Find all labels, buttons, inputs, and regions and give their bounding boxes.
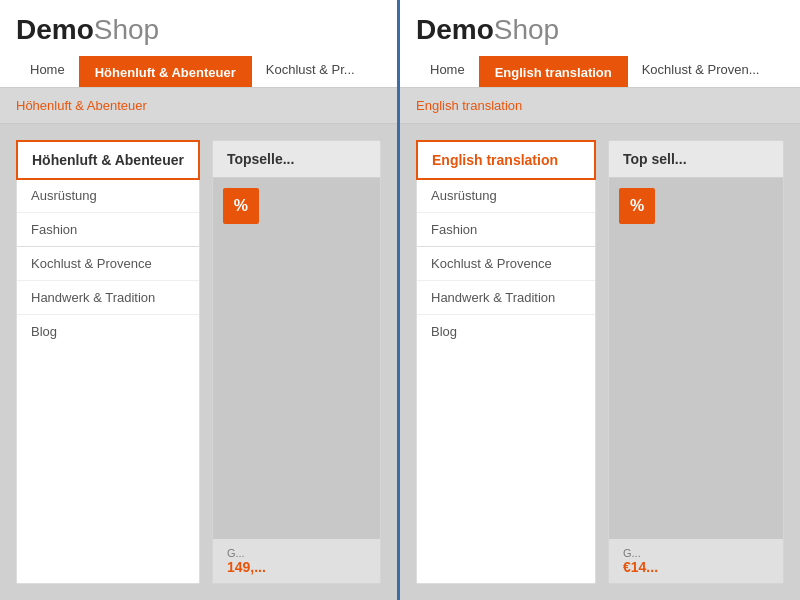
left-dropdown-item-kochlust[interactable]: Kochlust & Provence: [17, 247, 199, 281]
left-dropdown-item-blog[interactable]: Blog: [17, 315, 199, 348]
left-dropdown-item-fashion[interactable]: Fashion: [17, 213, 199, 246]
left-nav-home[interactable]: Home: [16, 54, 79, 87]
right-main: English translation Ausrüstung Fashion K…: [400, 124, 800, 600]
right-topseller-image: %: [609, 178, 783, 539]
right-percent-badge: %: [619, 188, 655, 224]
left-nav-hoehenluft[interactable]: Höhenluft & Abenteuer: [79, 56, 252, 87]
left-topseller-header: Topselle...: [213, 141, 380, 178]
left-dropdown-card: Höhenluft & Abenteuer Ausrüstung Fashion…: [16, 140, 200, 584]
right-breadcrumb-text: English translation: [416, 98, 522, 113]
right-header: Demo Shop Home English translation Kochl…: [400, 0, 800, 88]
left-breadcrumb: Höhenluft & Abenteuer: [0, 88, 397, 124]
left-dropdown-header: Höhenluft & Abenteuer: [16, 140, 200, 180]
logo-demo-right: Demo: [416, 14, 494, 46]
left-main: Höhenluft & Abenteuer Ausrüstung Fashion…: [0, 124, 397, 600]
left-percent-badge: %: [223, 188, 259, 224]
right-logo: Demo Shop: [416, 14, 784, 46]
left-topseller-link[interactable]: G...: [227, 547, 366, 559]
right-dropdown-group1: Ausrüstung Fashion: [417, 179, 595, 247]
right-dropdown-header: English translation: [416, 140, 596, 180]
right-dropdown-item-fashion[interactable]: Fashion: [417, 213, 595, 246]
right-topseller-card: Top sell... % G... €14...: [608, 140, 784, 584]
logo-shop-left: Shop: [94, 14, 159, 46]
left-nav: Home Höhenluft & Abenteuer Kochlust & Pr…: [16, 54, 381, 87]
left-topseller-price: 149,...: [227, 559, 366, 575]
right-topseller-header: Top sell...: [609, 141, 783, 178]
logo-demo-left: Demo: [16, 14, 94, 46]
right-panel: Demo Shop Home English translation Kochl…: [400, 0, 800, 600]
right-dropdown-item-kochlust[interactable]: Kochlust & Provence: [417, 247, 595, 281]
left-nav-kochlust[interactable]: Kochlust & Pr...: [252, 54, 369, 87]
left-panel: Demo Shop Home Höhenluft & Abenteuer Koc…: [0, 0, 400, 600]
right-topseller-footer: G... €14...: [609, 539, 783, 583]
logo-shop-right: Shop: [494, 14, 559, 46]
right-dropdown-item-blog[interactable]: Blog: [417, 315, 595, 348]
left-dropdown-item-handwerk[interactable]: Handwerk & Tradition: [17, 281, 199, 315]
left-logo: Demo Shop: [16, 14, 381, 46]
left-topseller-card: Topselle... % G... 149,...: [212, 140, 381, 584]
right-dropdown-item-ausruestung[interactable]: Ausrüstung: [417, 179, 595, 213]
right-nav: Home English translation Kochlust & Prov…: [416, 54, 784, 87]
right-nav-kochlust[interactable]: Kochlust & Proven...: [628, 54, 774, 87]
right-dropdown-item-handwerk[interactable]: Handwerk & Tradition: [417, 281, 595, 315]
right-nav-english[interactable]: English translation: [479, 56, 628, 87]
left-dropdown-item-ausruestung[interactable]: Ausrüstung: [17, 179, 199, 213]
left-topseller-image: %: [213, 178, 380, 539]
right-dropdown-card: English translation Ausrüstung Fashion K…: [416, 140, 596, 584]
right-topseller-price: €14...: [623, 559, 769, 575]
right-nav-home[interactable]: Home: [416, 54, 479, 87]
right-topseller-link[interactable]: G...: [623, 547, 769, 559]
right-breadcrumb: English translation: [400, 88, 800, 124]
left-topseller-footer: G... 149,...: [213, 539, 380, 583]
left-header: Demo Shop Home Höhenluft & Abenteuer Koc…: [0, 0, 397, 88]
left-breadcrumb-text: Höhenluft & Abenteuer: [16, 98, 147, 113]
left-dropdown-group1: Ausrüstung Fashion: [17, 179, 199, 247]
